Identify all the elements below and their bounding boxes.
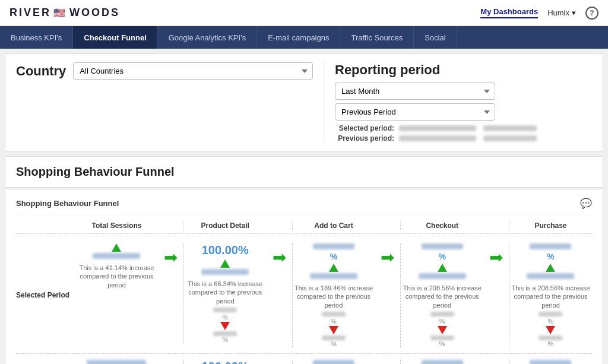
col-header-purchase: Purchase bbox=[509, 221, 592, 230]
selected-period-value bbox=[399, 125, 476, 131]
selected-period-value2 bbox=[483, 125, 537, 131]
down-triangle-icon-2 bbox=[220, 322, 230, 330]
product-detail-selected: 100.00% This is a 66.34% increase compar… bbox=[183, 243, 267, 343]
right-arrow-icon-1: ➡ bbox=[164, 249, 178, 266]
filter-bar: Country All Countries Reporting period L… bbox=[5, 53, 603, 151]
total-sessions-prev-value bbox=[87, 360, 146, 364]
product-detail-value bbox=[201, 269, 249, 275]
checkout-previous: % % bbox=[400, 360, 483, 364]
purchase-pct-label2: % bbox=[548, 340, 554, 347]
arrow-prev-pd-ac bbox=[267, 360, 292, 364]
previous-period-funnel-row: Previous Period 100.00% % bbox=[16, 354, 592, 364]
period-select[interactable]: Last Month bbox=[335, 83, 495, 100]
help-icon[interactable]: ? bbox=[585, 7, 598, 20]
product-detail-pct-label: % bbox=[222, 314, 228, 321]
col-header-add-to-cart: Add to Cart bbox=[292, 221, 375, 230]
previous-period-row: Previous period: bbox=[335, 134, 592, 143]
right-arrow-icon-2: ➡ bbox=[273, 249, 286, 266]
checkout-increase: This is a 208.56% increase compared to t… bbox=[401, 284, 483, 309]
purchase-pct-label: % bbox=[548, 318, 554, 325]
funnel-panel-title: Shopping Behaviour Funnel bbox=[16, 199, 119, 208]
add-to-cart-increase: This is a 189.46% increase compared to t… bbox=[293, 284, 375, 309]
logo: RIVER 🇺🇸 WOODS bbox=[10, 7, 120, 19]
checkout-pct-bar2 bbox=[430, 312, 454, 316]
arrow-pd-ac: ➡ bbox=[267, 243, 292, 266]
period-info: Selected period: Previous period: bbox=[335, 124, 592, 143]
nav-item-business-kpis[interactable]: Business KPI's bbox=[0, 26, 73, 49]
product-detail-pct-bar bbox=[213, 308, 237, 312]
previous-period-row-label: Previous Period bbox=[16, 360, 75, 364]
filter-divider bbox=[324, 62, 324, 143]
col-header-total-sessions: Total Sessions bbox=[75, 221, 158, 230]
arrow-ac-co: ➡ bbox=[375, 243, 400, 266]
arrow-prev-ac-co bbox=[375, 360, 400, 364]
user-menu[interactable]: Humix ▾ bbox=[547, 8, 576, 17]
logo-text-river: RIVER bbox=[10, 7, 51, 19]
previous-period-value bbox=[399, 135, 476, 141]
reporting-selects: Last Month Previous Period bbox=[335, 83, 592, 121]
user-name: Humix bbox=[547, 8, 569, 17]
country-select[interactable]: All Countries bbox=[73, 62, 313, 80]
prev-purchase-pct-bar bbox=[530, 360, 571, 364]
checkout-pct-bar bbox=[422, 243, 463, 249]
comment-icon[interactable]: 💬 bbox=[580, 198, 592, 209]
nav-item-checkout-funnel[interactable]: Checkout Funnel bbox=[73, 26, 157, 49]
previous-period-label: Previous period: bbox=[335, 134, 394, 143]
add-to-cart-pct-label2: % bbox=[331, 340, 337, 347]
product-detail-previous: 100.00% % bbox=[183, 360, 267, 364]
col-header-product-detail: Product Detail bbox=[183, 221, 267, 230]
selected-period-row: Selected period: bbox=[335, 124, 592, 132]
purchase-previous: % % bbox=[509, 360, 592, 364]
previous-period-value2 bbox=[483, 135, 537, 141]
logo-text-woods: WOODS bbox=[69, 7, 120, 19]
total-sessions-previous bbox=[75, 360, 158, 364]
down-triangle-icon-4 bbox=[438, 326, 447, 334]
purchase-pct-bar2 bbox=[539, 312, 562, 316]
add-to-cart-value bbox=[310, 273, 357, 279]
total-sessions-selected: This is a 41.14% increase compared to th… bbox=[75, 243, 158, 289]
col-header-checkout: Checkout bbox=[400, 221, 483, 230]
nav-bar: Business KPI's Checkout Funnel Google An… bbox=[0, 26, 608, 49]
arrow-co-pu: ➡ bbox=[483, 243, 509, 266]
reporting-period-label: Reporting period bbox=[335, 62, 592, 78]
product-detail-pct-label2: % bbox=[222, 336, 228, 343]
purchase-pct-bar bbox=[530, 243, 571, 249]
nav-item-email-campaigns[interactable]: E-mail campaigns bbox=[257, 26, 340, 49]
chevron-down-icon: ▾ bbox=[572, 8, 576, 17]
nav-item-google-analytics[interactable]: Google Analytics KPI's bbox=[158, 26, 257, 49]
country-filter-section: Country All Countries bbox=[16, 62, 313, 80]
down-triangle-icon-3 bbox=[329, 326, 338, 334]
purchase-value bbox=[527, 273, 574, 279]
purchase-pct: % bbox=[547, 252, 554, 261]
logo-flag: 🇺🇸 bbox=[53, 7, 67, 18]
add-to-cart-selected: % This is a 189.46% increase compared to… bbox=[292, 243, 375, 347]
prev-add-to-cart-pct-bar bbox=[313, 360, 354, 364]
reporting-filter-section: Reporting period Last Month Previous Per… bbox=[335, 62, 592, 143]
purchase-selected: % This is a 208.56% increase compared to… bbox=[509, 243, 592, 347]
checkout-selected: % This is a 208.56% increase compared to… bbox=[400, 243, 483, 347]
purchase-pct-bar3 bbox=[539, 335, 562, 340]
add-to-cart-pct-bar2 bbox=[322, 312, 346, 316]
section-title-bar: Shopping Behaviour Funnel bbox=[5, 156, 603, 188]
nav-item-traffic-sources[interactable]: Traffic Sources bbox=[340, 26, 414, 49]
up-triangle-icon-3 bbox=[329, 264, 338, 272]
nav-item-social[interactable]: Social bbox=[414, 26, 457, 49]
add-to-cart-pct-bar3 bbox=[322, 335, 346, 340]
add-to-cart-pct: % bbox=[330, 252, 337, 261]
product-detail-pct-bar2 bbox=[213, 331, 237, 336]
top-header: RIVER 🇺🇸 WOODS My Dashboards Humix ▾ ? bbox=[0, 0, 608, 26]
arrow-prev-co-pu bbox=[483, 360, 509, 364]
my-dashboards-link[interactable]: My Dashboards bbox=[480, 7, 538, 18]
checkout-pct-bar3 bbox=[430, 335, 454, 340]
prev-product-detail-pct: 100.00% bbox=[202, 360, 249, 364]
add-to-cart-previous: % % bbox=[292, 360, 375, 364]
row-label-spacer bbox=[16, 221, 75, 230]
arrow-prev-ts-pd bbox=[158, 360, 183, 364]
selected-period-label: Selected period: bbox=[335, 124, 394, 132]
add-to-cart-pct-label: % bbox=[331, 318, 337, 325]
product-detail-pct: 100.00% bbox=[202, 243, 249, 257]
selected-period-funnel-row: Selected Period This is a 41.14% increas… bbox=[16, 238, 592, 354]
compare-select[interactable]: Previous Period bbox=[335, 103, 495, 121]
total-sessions-value bbox=[93, 253, 140, 259]
add-to-cart-pct-bar bbox=[313, 243, 354, 249]
